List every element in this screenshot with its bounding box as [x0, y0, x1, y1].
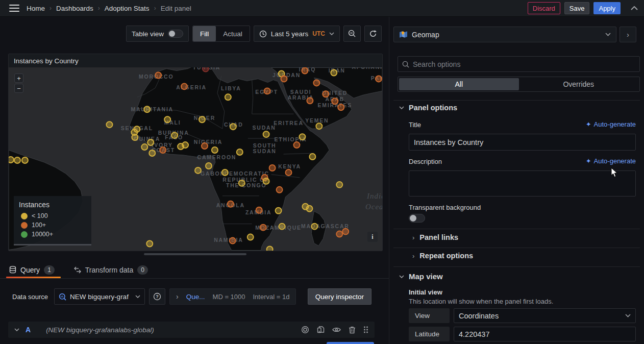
- duplicate-icon[interactable]: [317, 326, 325, 334]
- database-icon: [9, 266, 16, 274]
- svg-text:THE CONGO: THE CONGO: [226, 183, 267, 188]
- discard-button[interactable]: Discard: [528, 2, 560, 14]
- chevron-down-icon: [399, 275, 404, 278]
- tab-query-label: Query: [20, 266, 40, 274]
- svg-text:NAMIBIA: NAMIBIA: [214, 237, 243, 243]
- hide-response-eye-icon[interactable]: [332, 327, 341, 333]
- description-autogenerate-link[interactable]: ✦ Auto-generate: [586, 157, 636, 165]
- panel-options-section-header[interactable]: Panel options: [399, 104, 457, 112]
- map-zoom-out-button[interactable]: −: [14, 84, 23, 93]
- breadcrumb-home[interactable]: Home: [27, 5, 45, 12]
- view-select[interactable]: Coordinates: [454, 308, 636, 323]
- zoom-out-time-button[interactable]: [343, 26, 361, 42]
- options-search-input[interactable]: [413, 60, 635, 68]
- grafana-panel-editor: { "nav": { "breadcrumb": ["Home", "Dashb…: [0, 0, 644, 344]
- transparent-background-label: Transparent background: [409, 204, 481, 211]
- svg-text:SUDAN: SUDAN: [253, 125, 276, 131]
- active-tab-underline: [6, 277, 61, 278]
- apply-button[interactable]: Apply: [593, 2, 621, 14]
- panel-options-heading: Panel options: [409, 104, 457, 112]
- fill-option[interactable]: Fill: [193, 26, 216, 41]
- panel-title-input[interactable]: [409, 134, 636, 151]
- top-nav: Home › Dashboards › Adoption Stats › Edi…: [0, 0, 644, 17]
- svg-text:SUDAN: SUDAN: [253, 149, 277, 154]
- chevron-down-icon: [625, 314, 631, 317]
- chevron-right-icon: ›: [98, 5, 100, 12]
- geomap-viz-icon: [399, 31, 408, 38]
- query-refid: A: [26, 326, 31, 334]
- visualization-picker[interactable]: Geomap: [393, 27, 616, 42]
- map-zoom-in-button[interactable]: +: [14, 73, 23, 83]
- divider: [393, 266, 640, 267]
- query-row-actions: [301, 326, 368, 334]
- svg-text:ERITREA: ERITREA: [274, 120, 304, 126]
- viz-suggestions-expand-button[interactable]: ›: [620, 27, 636, 42]
- datasource-picker[interactable]: NEW bigquery-graf: [54, 288, 145, 305]
- query-datasource-name: (NEW bigquery-grafanalabs-global): [46, 326, 154, 334]
- autogenerate-label: Auto-generate: [594, 157, 636, 165]
- panel-title[interactable]: Instances by Country: [9, 54, 382, 67]
- datasource-help-button[interactable]: ?: [149, 288, 165, 305]
- view-field-label: View: [409, 308, 450, 323]
- breadcrumb-adoption-stats[interactable]: Adoption Stats: [105, 5, 150, 12]
- menu-icon[interactable]: [9, 5, 19, 12]
- table-view-label: Table view: [132, 30, 164, 38]
- svg-text:CAMEROON: CAMEROON: [197, 155, 237, 160]
- save-button[interactable]: Save: [564, 2, 590, 14]
- refresh-button[interactable]: [364, 26, 382, 42]
- query-options-collapsed[interactable]: › Que... MD = 1000 Interval = 1d: [169, 288, 296, 305]
- map-canvas[interactable]: MOROCCOTUNISIAALGERIALIBYAEGYPTJORDANIRA…: [9, 67, 382, 251]
- chevron-down-icon: [329, 32, 334, 35]
- repeat-options-heading: Repeat options: [419, 252, 473, 260]
- trash-icon[interactable]: [349, 326, 356, 334]
- chevron-up-icon[interactable]: [631, 6, 638, 10]
- sparkle-icon: ✦: [586, 157, 591, 165]
- map-view-section-header[interactable]: Map view: [399, 272, 443, 281]
- svg-text:GABON: GABON: [201, 171, 225, 177]
- datasource-value: NEW bigquery-graf: [70, 293, 132, 301]
- divider: [393, 248, 640, 248]
- options-search-box: [398, 56, 640, 72]
- svg-text:Ocean: Ocean: [365, 203, 382, 211]
- bigquery-icon: [59, 293, 66, 301]
- tab-all[interactable]: All: [399, 78, 519, 90]
- latitude-field-label: Latitude: [409, 327, 450, 341]
- chevron-down-icon: [605, 33, 611, 36]
- panel-description-textarea[interactable]: [409, 170, 636, 196]
- title-field-label: Title: [409, 121, 421, 129]
- autogenerate-label: Auto-generate: [594, 120, 636, 128]
- latitude-input[interactable]: 4.220437: [454, 327, 636, 341]
- time-range-picker[interactable]: Last 5 years UTC: [254, 26, 340, 42]
- description-field-label: Description: [409, 158, 442, 165]
- tab-query[interactable]: Query 1: [8, 261, 56, 278]
- svg-text:MAURITANIA: MAURITANIA: [131, 107, 173, 112]
- title-autogenerate-link[interactable]: ✦ Auto-generate: [586, 120, 636, 128]
- drag-handle-icon[interactable]: [363, 326, 368, 334]
- horizontal-scrollbar[interactable]: [144, 253, 246, 255]
- legend-color-dot: [21, 231, 28, 238]
- run-query-button-partial[interactable]: [327, 342, 374, 344]
- map-attribution-info-button[interactable]: i: [367, 232, 378, 242]
- map-view-heading: Map view: [409, 272, 443, 281]
- tab-overrides[interactable]: Overrides: [519, 78, 639, 90]
- visualization-name: Geomap: [412, 31, 601, 39]
- view-select-value: Coordinates: [459, 312, 499, 320]
- sparkle-icon: ✦: [586, 120, 591, 128]
- datasource-label: Data source: [12, 293, 48, 301]
- tab-transform-data[interactable]: Transform data 0: [73, 261, 149, 278]
- query-tabbar: Query 1 Transform data 0: [0, 261, 389, 279]
- svg-text:SAUDI: SAUDI: [290, 89, 312, 95]
- record-ring-icon[interactable]: [301, 326, 309, 334]
- panel-toolbar: Table view Fill Actual Last 5 years UTC: [126, 26, 382, 42]
- table-view-toggle[interactable]: [168, 30, 183, 38]
- svg-text:KENYA: KENYA: [278, 164, 301, 169]
- actual-option[interactable]: Actual: [216, 26, 250, 41]
- transparent-background-toggle[interactable]: [409, 214, 425, 223]
- query-options-link[interactable]: Que...: [186, 293, 205, 301]
- repeat-options-section[interactable]: › Repeat options: [412, 252, 473, 260]
- query-row-a[interactable]: A (NEW bigquery-grafanalabs-global): [8, 322, 375, 338]
- panel-links-section[interactable]: › Panel links: [412, 233, 458, 241]
- chevron-down-icon[interactable]: [14, 328, 19, 331]
- breadcrumb-dashboards[interactable]: Dashboards: [56, 5, 93, 12]
- query-inspector-button[interactable]: Query inspector: [308, 288, 371, 305]
